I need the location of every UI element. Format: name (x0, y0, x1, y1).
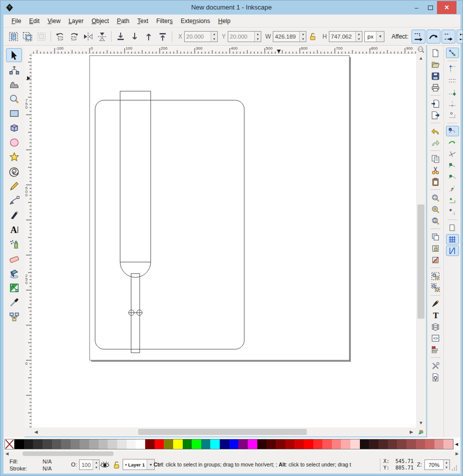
swatch-ffd5d5[interactable] (350, 439, 360, 449)
menu-edit[interactable]: Edit (25, 16, 44, 26)
swatch-none[interactable] (5, 439, 15, 449)
zoom-spinner[interactable]: ▲▼ (443, 460, 449, 470)
menu-text[interactable]: Text (133, 16, 152, 26)
swatch-d0d0d0[interactable] (108, 439, 117, 449)
scroll-up-icon[interactable]: ▲ (416, 54, 426, 63)
layer-select[interactable]: • Layer 1 ▼ (123, 459, 155, 470)
group-button[interactable] (429, 271, 442, 281)
menu-layer[interactable]: Layer (65, 16, 88, 26)
lock-ratio-icon[interactable] (306, 31, 318, 43)
swatch-e08f8f[interactable] (434, 439, 444, 449)
swatch-1a0d0d[interactable] (360, 439, 369, 449)
swatch-ff2a2a[interactable] (313, 439, 323, 449)
tool-paint-bucket[interactable] (6, 266, 22, 280)
stroke-value[interactable]: N/A (43, 465, 52, 471)
height-spinner[interactable]: ▲▼ (355, 32, 362, 42)
align-dialog-button[interactable] (429, 344, 442, 355)
swatch-804040[interactable] (397, 439, 406, 449)
lower-to-bottom-button[interactable] (114, 30, 128, 44)
preferences-button[interactable] (429, 360, 442, 371)
rotate-ccw-button[interactable] (53, 30, 67, 44)
flip-horizontal-button[interactable] (81, 30, 95, 44)
y-spinner[interactable]: ▲▼ (254, 32, 261, 42)
zoom-1-1-icon[interactable]: 1:1 (416, 46, 426, 54)
fill-value[interactable]: N/A (43, 458, 52, 464)
save-button[interactable] (429, 71, 442, 81)
zoom-drawing-button[interactable] (429, 204, 442, 214)
vertical-scroll-thumb[interactable] (417, 204, 424, 319)
tool-bezier-pen[interactable] (6, 193, 22, 207)
swatch-808000[interactable] (164, 439, 173, 449)
snap-rotation-centers-button[interactable] (446, 206, 459, 217)
swatch-ff00ff[interactable] (248, 439, 257, 449)
swatch-663333[interactable] (388, 439, 397, 449)
swatch-0000ff[interactable] (229, 439, 239, 449)
affect-transform-patterns-toggle[interactable] (456, 30, 463, 44)
snap-midpoints-button[interactable] (446, 183, 459, 194)
swatch-bcbcbc[interactable] (99, 439, 108, 449)
swatch-008000[interactable] (183, 439, 192, 449)
minimize-button[interactable]: – (410, 1, 423, 14)
swatch-ffffff[interactable] (136, 439, 145, 449)
scroll-left-icon[interactable]: ◀ (32, 427, 41, 436)
y-input[interactable] (228, 32, 254, 42)
print-button[interactable] (429, 82, 442, 93)
swatch-331a1a[interactable] (369, 439, 378, 449)
undo-button[interactable] (429, 126, 442, 136)
swatch-ff8080[interactable] (332, 439, 341, 449)
layer-visibility-icon[interactable] (100, 460, 110, 470)
width-spinner[interactable]: ▲▼ (299, 32, 306, 42)
snap-path-intersections-button[interactable] (446, 149, 459, 159)
swatch-d40000[interactable] (294, 439, 304, 449)
swatch-800080[interactable] (238, 439, 248, 449)
opacity-spinner[interactable]: ▲▼ (93, 460, 99, 470)
scroll-right-icon[interactable]: ▶ (407, 427, 416, 436)
units-select[interactable]: px▼ (364, 31, 384, 42)
swatch-800000[interactable] (145, 439, 155, 449)
snap-bbox-edges-button[interactable] (446, 75, 459, 86)
x-spinner[interactable]: ▲▼ (211, 32, 217, 42)
swatch-ff0000[interactable] (155, 439, 164, 449)
close-button[interactable]: ✕ (437, 1, 456, 14)
tool-selector[interactable] (6, 48, 22, 62)
horizontal-scroll-thumb[interactable] (138, 429, 307, 435)
menu-view[interactable]: View (44, 16, 65, 26)
snap-bbox-centers-button[interactable] (446, 110, 459, 120)
cut-button[interactable] (429, 165, 442, 175)
palette-scrollbar-left-icon[interactable]: ◀ (4, 450, 11, 457)
snap-cusp-nodes-button[interactable] (446, 160, 459, 171)
snap-to-paths-button[interactable] (446, 137, 459, 148)
menu-help[interactable]: Help (214, 16, 235, 26)
affect-transform-corners-toggle[interactable] (441, 30, 455, 44)
deselect-button[interactable] (35, 30, 49, 44)
select-all-layers-button[interactable] (21, 30, 35, 44)
snap-bbox-corners-button[interactable] (446, 87, 459, 97)
palette-scrollbar[interactable]: ◀ ▶ (4, 450, 460, 457)
snap-nodes-button[interactable] (446, 126, 459, 136)
ungroup-button[interactable] (429, 282, 442, 293)
lower-button[interactable] (128, 30, 142, 44)
document-properties-button[interactable] (429, 372, 442, 382)
tool-gradient[interactable] (6, 281, 22, 295)
flip-vertical-button[interactable] (95, 30, 109, 44)
tool-text[interactable]: A (6, 222, 22, 236)
color-management-icon[interactable] (416, 427, 426, 436)
tool-star[interactable] (6, 150, 22, 164)
raise-button[interactable] (142, 30, 156, 44)
tool-rectangle[interactable] (6, 106, 22, 120)
zoom-selection-button[interactable] (429, 192, 442, 203)
snap-bbox-button[interactable] (446, 64, 459, 74)
tool-spiral[interactable] (6, 164, 22, 178)
tool-node-editor[interactable] (6, 63, 22, 77)
swatch-303030[interactable] (33, 439, 43, 449)
copy-button[interactable] (429, 153, 442, 164)
snap-bbox-edge-midpoints-button[interactable] (446, 98, 459, 109)
swatch-6c6c6c[interactable] (61, 439, 71, 449)
layer-lock-icon[interactable] (112, 460, 121, 469)
swatch-b35959[interactable] (416, 439, 425, 449)
new-document-button[interactable] (429, 48, 442, 58)
swatch-008080[interactable] (201, 439, 211, 449)
tool-calligraphy[interactable] (6, 208, 22, 222)
affect-move-objects-toggle[interactable] (411, 30, 425, 44)
swatch-ffff00[interactable] (173, 439, 183, 449)
